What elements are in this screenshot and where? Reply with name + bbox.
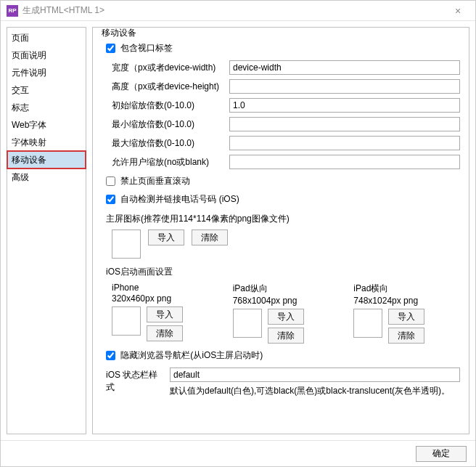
sidebar-item[interactable]: 字体映射: [7, 134, 86, 151]
splash-thumb: [233, 309, 262, 338]
splash-import-button[interactable]: 导入: [388, 309, 424, 325]
splash-group: iPhone320x460px png导入清除iPad纵向768x1004px …: [112, 283, 460, 344]
statusbar-input[interactable]: [170, 367, 460, 382]
splash-import-button[interactable]: 导入: [268, 309, 304, 325]
ok-button[interactable]: 确定: [416, 446, 467, 462]
width-label: 宽度（px或者device-width): [102, 62, 225, 74]
include-viewport-checkbox-label[interactable]: 包含视口标签: [106, 43, 173, 53]
sidebar-item[interactable]: Web字体: [7, 116, 86, 134]
splash-name: iPhone: [112, 283, 218, 293]
disable-vscroll-text: 禁止页面垂直滚动: [120, 176, 190, 186]
statusbar-row: iOS 状态栏样式 默认值为default(白色),可选black(黑色)或bl…: [106, 367, 460, 397]
splash-name: iPad纵向: [233, 283, 340, 295]
include-viewport-row: 包含视口标签: [106, 42, 460, 54]
user-scalable-input[interactable]: [229, 155, 460, 169]
dialog-body: 页面页面说明元件说明交互标志Web字体字体映射移动设备高级 移动设备 包含视口标…: [1, 21, 475, 440]
hide-navbar-label[interactable]: 隐藏浏览器导航栏(从iOS主屏启动时): [106, 350, 263, 360]
user-scalable-label: 允许用户缩放(no或blank): [102, 156, 225, 168]
disable-vscroll-checkbox[interactable]: [106, 176, 115, 186]
close-icon[interactable]: ×: [446, 5, 469, 17]
dialog-window: RP 生成HTML<HTML 1> × 页面页面说明元件说明交互标志Web字体字…: [0, 0, 476, 467]
initial-scale-input[interactable]: [229, 98, 460, 113]
height-label: 高度（px或者device-height): [102, 81, 225, 93]
hide-navbar-checkbox[interactable]: [106, 351, 115, 360]
splash-dim: 748x1024px png: [353, 296, 460, 306]
include-viewport-text: 包含视口标签: [120, 43, 173, 53]
home-icon-clear-button[interactable]: 清除: [192, 230, 228, 245]
width-input[interactable]: [229, 60, 460, 75]
disable-vscroll-label[interactable]: 禁止页面垂直滚动: [106, 176, 190, 186]
min-scale-input[interactable]: [229, 117, 460, 131]
splash-dim: 768x1004px png: [233, 296, 340, 306]
sidebar-item[interactable]: 页面: [7, 29, 86, 46]
home-icon-thumb: [112, 230, 141, 259]
height-input[interactable]: [229, 79, 460, 94]
titlebar: RP 生成HTML<HTML 1> ×: [1, 1, 475, 21]
sidebar: 页面页面说明元件说明交互标志Web字体字体映射移动设备高级: [7, 27, 86, 434]
splash-thumb: [112, 306, 141, 336]
sidebar-item[interactable]: 高级: [7, 168, 86, 186]
statusbar-label: iOS 状态栏样式: [106, 367, 164, 394]
home-icon-title: 主屏图标(推荐使用114*114像素的png图像文件): [106, 213, 460, 225]
hide-navbar-text: 隐藏浏览器导航栏(从iOS主屏启动时): [120, 350, 263, 360]
main-panel: 移动设备 包含视口标签 宽度（px或者device-width) 高度（px或者…: [92, 27, 469, 434]
app-icon: RP: [7, 5, 18, 17]
splash-import-button[interactable]: 导入: [147, 306, 183, 322]
window-title: 生成HTML<HTML 1>: [22, 4, 446, 17]
max-scale-input[interactable]: [229, 136, 460, 150]
sidebar-item[interactable]: 标志: [7, 99, 86, 116]
splash-dim: 320x460px png: [112, 293, 218, 304]
initial-scale-label: 初始缩放倍数(0-10.0): [102, 100, 225, 112]
detect-phone-label[interactable]: 自动检测并链接电话号码 (iOS): [106, 194, 239, 204]
splash-clear-button[interactable]: 清除: [388, 328, 424, 344]
min-scale-label: 最小缩放倍数(0-10.0): [102, 118, 225, 131]
dialog-footer: 确定: [1, 440, 475, 466]
home-icon-import-button[interactable]: 导入: [148, 230, 184, 245]
splash-title: iOS启动画面设置: [106, 266, 460, 278]
splash-thumb: [353, 309, 382, 338]
fieldset-legend: 移动设备: [99, 27, 139, 39]
splash-item: iPad横向748x1024px png导入清除: [353, 283, 460, 344]
splash-clear-button[interactable]: 清除: [268, 328, 304, 344]
statusbar-desc: 默认值为default(白色),可选black(黑色)或black-transl…: [170, 385, 460, 397]
splash-item: iPhone320x460px png导入清除: [112, 283, 218, 344]
max-scale-label: 最大缩放倍数(0-10.0): [102, 137, 225, 150]
sidebar-item[interactable]: 页面说明: [7, 46, 86, 64]
include-viewport-checkbox[interactable]: [106, 44, 115, 53]
sidebar-item[interactable]: 元件说明: [7, 64, 86, 81]
detect-phone-text: 自动检测并链接电话号码 (iOS): [120, 194, 239, 204]
sidebar-item[interactable]: 移动设备: [7, 151, 86, 168]
splash-clear-button[interactable]: 清除: [147, 325, 183, 341]
home-icon-row: 导入 清除: [112, 230, 460, 259]
splash-name: iPad横向: [353, 283, 460, 295]
detect-phone-checkbox[interactable]: [106, 195, 115, 204]
splash-item: iPad纵向768x1004px png导入清除: [233, 283, 340, 344]
sidebar-item[interactable]: 交互: [7, 81, 86, 99]
